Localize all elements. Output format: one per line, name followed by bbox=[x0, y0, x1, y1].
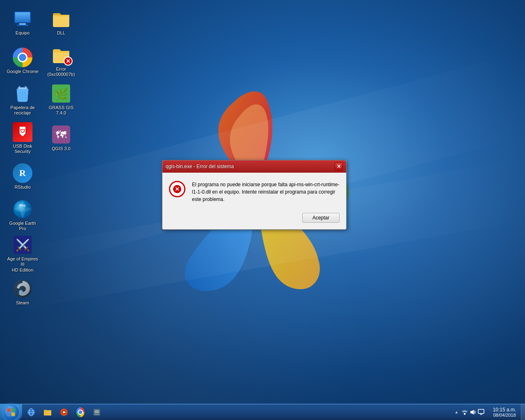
taskbar-chrome-icon-item bbox=[76, 408, 84, 416]
icon-row-2: Google Chrome ✕ Error(0xc000007b) bbox=[4, 43, 80, 80]
svg-rect-41 bbox=[95, 414, 99, 415]
desktop-icon-chrome[interactable]: Google Chrome bbox=[4, 43, 41, 80]
network-tray-icon[interactable] bbox=[461, 409, 468, 416]
google-earth-icon: Pro bbox=[13, 199, 32, 219]
google-earth-label: Google Earth Pro bbox=[6, 221, 39, 231]
taskbar-items bbox=[24, 405, 450, 419]
taskbar-item-unknown[interactable] bbox=[89, 405, 105, 419]
dll-label: DLL bbox=[57, 30, 65, 36]
svg-line-6 bbox=[20, 91, 20, 100]
error-folder-label: Error(0xc000007b) bbox=[47, 66, 75, 77]
taskbar-item-chrome[interactable] bbox=[73, 405, 89, 419]
usb-security-label: USB Disk Security bbox=[6, 144, 39, 154]
folder-dll-icon bbox=[51, 9, 71, 29]
action-center-icon[interactable] bbox=[477, 409, 485, 416]
taskbar-item-explorer[interactable] bbox=[40, 405, 56, 419]
start-orb bbox=[3, 404, 19, 420]
taskbar-unknown-icon bbox=[93, 408, 101, 416]
icon-row-8: Steam bbox=[4, 274, 80, 311]
desktop: Equipo DLL Google Chrome bbox=[0, 0, 525, 404]
desktop-icon-grass[interactable]: 🌿 GRASS GIS 7.4.0 bbox=[43, 81, 80, 118]
taskbar-item-ie[interactable] bbox=[24, 405, 39, 419]
desktop-icon-recycle[interactable]: Papelera dereciclaje bbox=[4, 81, 41, 118]
icon-row-7: ⚔️ Age of Empires IIIHD Edition bbox=[4, 235, 80, 272]
desktop-icon-error-folder[interactable]: ✕ Error(0xc000007b) bbox=[43, 43, 80, 80]
clock-area[interactable]: 10:15 a.m. 08/04/2018 bbox=[488, 404, 521, 420]
start-button[interactable] bbox=[0, 404, 22, 420]
svg-rect-24 bbox=[7, 412, 11, 416]
svg-text:🛡: 🛡 bbox=[20, 128, 25, 134]
taskbar-media-icon bbox=[60, 408, 68, 416]
desktop-icon-rstudio[interactable]: R RStudio bbox=[4, 158, 41, 195]
svg-rect-22 bbox=[7, 408, 11, 412]
clock-date: 08/04/2018 bbox=[493, 413, 516, 418]
steam-icon-img bbox=[13, 279, 32, 299]
rstudio-icon: R bbox=[13, 163, 32, 183]
svg-text:Pro: Pro bbox=[19, 203, 26, 208]
icon-row-6: Pro Google Earth Pro bbox=[4, 197, 80, 234]
qgis-label: QGIS 3.0 bbox=[52, 146, 71, 151]
icon-row-3: Papelera dereciclaje 🌿 GRASS GIS 7.4.0 bbox=[4, 81, 80, 118]
dialog-titlebar: qgis-bin.exe - Error del sistema ✕ bbox=[162, 160, 346, 173]
chrome-label: Google Chrome bbox=[7, 69, 39, 74]
svg-rect-44 bbox=[478, 409, 484, 413]
usb-security-icon: 🛡 bbox=[13, 122, 32, 142]
aoe-label: Age of Empires IIIHD Edition bbox=[6, 256, 39, 273]
svg-line-8 bbox=[25, 91, 25, 100]
computer-icon bbox=[13, 9, 32, 29]
desktop-icon-qgis[interactable]: 🗺 QGIS 3.0 bbox=[43, 120, 80, 157]
dialog-buttons: Aceptar bbox=[162, 210, 346, 229]
equipo-label: Equipo bbox=[16, 30, 30, 36]
svg-rect-32 bbox=[45, 412, 50, 413]
system-tray: ▲ bbox=[450, 409, 488, 416]
taskbar-explorer-icon bbox=[43, 408, 52, 416]
chrome-icon bbox=[13, 48, 32, 67]
svg-rect-34 bbox=[45, 414, 50, 415]
steam-label: Steam bbox=[16, 300, 29, 306]
icon-row-5: R RStudio bbox=[4, 158, 80, 195]
clock-time: 10:15 a.m. bbox=[493, 407, 516, 413]
show-desktop-button[interactable] bbox=[521, 404, 525, 420]
error-folder-icon: ✕ bbox=[51, 45, 71, 65]
desktop-icon-usb-security[interactable]: 🛡 USB Disk Security bbox=[4, 120, 41, 157]
svg-marker-43 bbox=[470, 410, 474, 415]
desktop-icon-steam[interactable]: Steam bbox=[4, 274, 41, 311]
volume-tray-icon[interactable] bbox=[469, 409, 477, 416]
tray-expand-button[interactable]: ▲ bbox=[453, 409, 460, 415]
qgis-icon: 🗺 bbox=[51, 125, 71, 144]
recycle-bin-icon bbox=[13, 84, 32, 103]
dialog-title: qgis-bin.exe - Error del sistema bbox=[166, 164, 234, 169]
dialog-error-icon: ✕ bbox=[169, 181, 185, 197]
svg-rect-33 bbox=[45, 413, 49, 414]
rstudio-label: RStudio bbox=[14, 185, 30, 190]
grass-gis-icon: 🌿 bbox=[51, 84, 71, 103]
svg-rect-23 bbox=[11, 408, 15, 412]
desktop-icon-aoe[interactable]: ⚔️ Age of Empires IIIHD Edition bbox=[4, 235, 41, 272]
dialog-body: ✕ El programa no puede iniciarse porque … bbox=[162, 173, 346, 210]
desktop-icon-dll[interactable]: DLL bbox=[43, 4, 80, 41]
svg-text:✕: ✕ bbox=[175, 186, 180, 192]
recycle-label: Papelera dereciclaje bbox=[10, 105, 34, 116]
taskbar-item-media[interactable] bbox=[57, 405, 72, 419]
dialog-ok-button[interactable]: Aceptar bbox=[302, 213, 340, 223]
svg-text:🌿: 🌿 bbox=[54, 88, 68, 101]
desktop-icons: Equipo DLL Google Chrome bbox=[4, 4, 80, 311]
aoe-icon: ⚔️ bbox=[13, 235, 32, 255]
svg-rect-25 bbox=[11, 412, 15, 416]
svg-text:🗺: 🗺 bbox=[56, 129, 66, 141]
desktop-icon-google-earth[interactable]: Pro Google Earth Pro bbox=[4, 197, 41, 234]
svg-rect-4 bbox=[15, 12, 30, 22]
icon-row-1: Equipo DLL bbox=[4, 4, 80, 41]
icon-row-4: 🛡 USB Disk Security 🗺 QGIS 3.0 bbox=[4, 120, 80, 157]
svg-rect-40 bbox=[95, 410, 99, 413]
svg-rect-42 bbox=[464, 413, 466, 415]
svg-point-19 bbox=[19, 290, 23, 294]
svg-rect-3 bbox=[17, 25, 28, 26]
desktop-icon-equipo[interactable]: Equipo bbox=[4, 4, 41, 41]
dialog-close-button[interactable]: ✕ bbox=[335, 162, 343, 171]
grass-label: GRASS GIS 7.4.0 bbox=[44, 105, 78, 116]
error-dialog: qgis-bin.exe - Error del sistema ✕ ✕ El … bbox=[162, 160, 347, 230]
dialog-message: El programa no puede iniciarse porque fa… bbox=[192, 181, 340, 203]
taskbar: ▲ 10:15 a.m. 08/04/2018 bbox=[0, 404, 525, 420]
svg-text:⚔️: ⚔️ bbox=[16, 238, 30, 252]
